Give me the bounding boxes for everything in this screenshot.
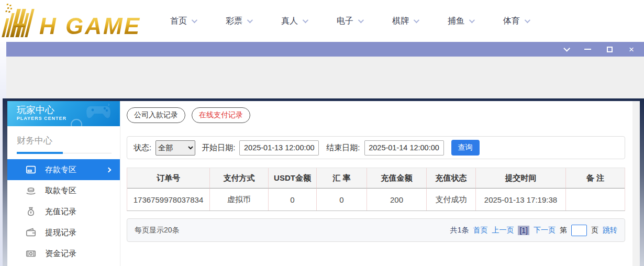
pagination-bar: 每页显示20条 共1条 首页 上一页 [1] 下一页 第 页 跳转: [127, 218, 625, 242]
content-panel: 公司入款记录 在线支付记录 状态: 全部 开始日期: 结束日期: 查询 订单号: [120, 101, 632, 266]
sidebar-menu: 存款专区 取款专区 充值记录: [7, 159, 120, 264]
window-titlebar: ×: [6, 42, 644, 57]
nav-item-live[interactable]: 真人: [281, 16, 307, 27]
search-button[interactable]: 查询: [451, 140, 480, 156]
records-table: 订单号 支付方式 USDT金额 汇 率 充值金额 充值状态 提交时间 备 注 1…: [127, 168, 625, 211]
col-header-usdt-amount: USDT金额: [269, 168, 317, 189]
col-header-pay-method: 支付方式: [210, 168, 269, 189]
col-header-recharge-amount: 充值金额: [367, 168, 427, 189]
logo-dots-decoration: [6, 4, 8, 5]
sidebar-header: 玩家中心 PLAYERS CENTER: [7, 101, 120, 126]
money-bag-icon: [25, 206, 37, 217]
chevron-down-icon: [469, 17, 475, 23]
chevron-down-icon: [414, 17, 419, 23]
cell-recharge-status: 支付成功: [427, 189, 476, 210]
start-date-input[interactable]: [239, 140, 319, 156]
nav-item-slots[interactable]: 电子: [337, 16, 362, 27]
chevron-down-icon: [247, 17, 253, 23]
site-header: H GAME 首页 彩票 真人 电子 棋牌 捕鱼 体育: [0, 0, 644, 42]
prev-page-link[interactable]: 上一页: [492, 226, 514, 235]
col-header-remark: 备 注: [566, 168, 625, 189]
cell-recharge-amount: 200: [367, 189, 427, 210]
main-window-frame: 玩家中心 PLAYERS CENTER 财务中心: [3, 98, 644, 266]
sidebar-item-recharge-records[interactable]: 充值记录: [7, 201, 120, 222]
col-header-submit-time: 提交时间: [476, 168, 566, 189]
first-page-link[interactable]: 首页: [473, 226, 487, 235]
nav-item-lottery[interactable]: 彩票: [226, 16, 251, 27]
status-select[interactable]: 全部: [156, 140, 195, 156]
minimize-icon[interactable]: [583, 45, 592, 53]
end-date-label: 结束日期:: [326, 143, 360, 153]
cell-remark: [566, 189, 625, 210]
cell-usdt-amount: 0: [269, 189, 317, 210]
jump-link[interactable]: 跳转: [603, 226, 617, 235]
cell-submit-time: 2025-01-13 17:19:38: [476, 189, 566, 210]
withdraw-hand-icon: [25, 185, 37, 196]
wallet-icon: [25, 227, 37, 238]
chevron-down-icon: [192, 17, 197, 23]
sidebar: 玩家中心 PLAYERS CENTER 财务中心: [7, 101, 120, 266]
maximize-icon[interactable]: [605, 45, 614, 53]
logo-bars-icon: [2, 9, 38, 37]
total-count: 共1条: [450, 226, 469, 235]
tab-online-payment-records[interactable]: 在线支付记录: [192, 107, 250, 123]
window-toolbar-area: [6, 57, 644, 98]
main-window-body: 玩家中心 PLAYERS CENTER 财务中心: [7, 101, 640, 266]
cell-rate: 0: [317, 189, 367, 210]
nav-item-chess[interactable]: 棋牌: [392, 16, 418, 27]
jump-prefix-label: 第: [560, 226, 567, 235]
jump-suffix-label: 页: [591, 226, 598, 235]
main-nav: 首页 彩票 真人 电子 棋牌 捕鱼 体育: [170, 16, 529, 27]
end-date-input[interactable]: [364, 140, 444, 156]
col-header-rate: 汇 率: [317, 168, 367, 189]
tab-company-deposit-records[interactable]: 公司入款记录: [127, 107, 185, 123]
page: H GAME 首页 彩票 真人 电子 棋牌 捕鱼 体育: [0, 0, 644, 266]
cell-order-no: 1736759978037834: [127, 189, 210, 210]
chevron-down-icon: [525, 17, 530, 23]
sidebar-section-title: 财务中心: [7, 126, 120, 152]
start-date-label: 开始日期:: [202, 143, 235, 153]
col-header-recharge-status: 充值状态: [427, 168, 476, 189]
close-icon[interactable]: ×: [627, 45, 636, 53]
nav-item-home[interactable]: 首页: [170, 16, 196, 27]
col-header-order-no: 订单号: [127, 168, 210, 189]
next-page-link[interactable]: 下一页: [534, 226, 556, 235]
sidebar-item-withdraw-zone[interactable]: 取款专区: [7, 180, 120, 201]
nav-item-fishing[interactable]: 捕鱼: [448, 16, 473, 27]
funds-icon: [25, 248, 37, 259]
gamepad-icon: [85, 103, 113, 121]
chevron-right-icon: [106, 167, 112, 172]
record-tabs: 公司入款记录 在线支付记录: [127, 107, 625, 123]
sidebar-section-divider: [17, 152, 112, 154]
nav-item-sports[interactable]: 体育: [503, 16, 529, 27]
current-page-indicator[interactable]: [1]: [518, 226, 529, 235]
pagination-controls: 共1条 首页 上一页 [1] 下一页 第 页 跳转: [450, 225, 617, 236]
site-logo[interactable]: H GAME: [5, 5, 141, 37]
chevron-down-icon: [303, 17, 308, 23]
logo-text: H GAME: [39, 15, 141, 37]
titlebar-chevron-down-icon[interactable]: [561, 45, 570, 53]
page-size-text: 每页显示20条: [135, 226, 180, 235]
filter-bar: 状态: 全部 开始日期: 结束日期: 查询: [127, 136, 625, 159]
status-label: 状态:: [134, 143, 151, 153]
sidebar-item-funds-records[interactable]: 资金记录: [7, 243, 120, 264]
deposit-card-icon: [25, 164, 37, 175]
page-number-input[interactable]: [571, 225, 587, 236]
cell-pay-method: 虚拟币: [210, 189, 269, 210]
sidebar-item-withdrawal-records[interactable]: 提现记录: [7, 222, 120, 243]
chevron-down-icon: [358, 17, 364, 23]
sidebar-item-deposit-zone[interactable]: 存款专区: [7, 159, 120, 180]
